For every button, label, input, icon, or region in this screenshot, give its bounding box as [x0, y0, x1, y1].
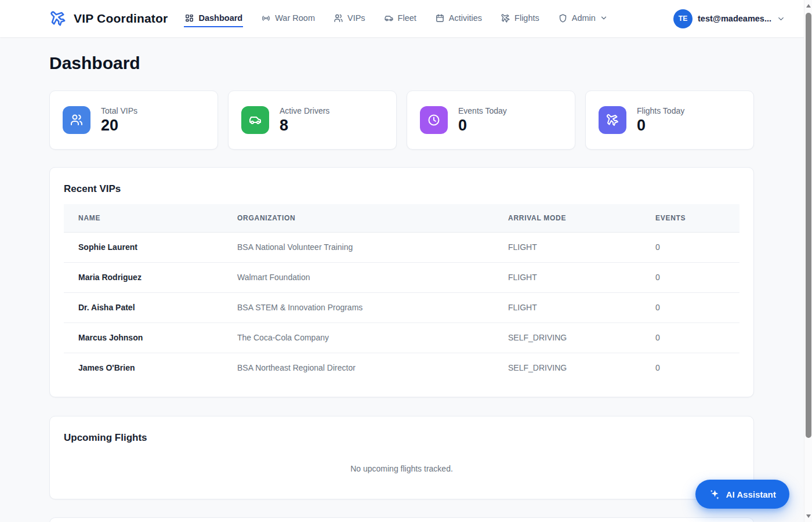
- vip-arrival-mode: SELF_DRIVING: [494, 322, 641, 353]
- column-header-arrival-mode: ARRIVAL MODE: [494, 204, 641, 232]
- broadcast-icon: [261, 13, 271, 23]
- table-row[interactable]: Maria Rodriguez Walmart Foundation FLIGH…: [64, 262, 740, 292]
- stat-label: Active Drivers: [280, 106, 329, 115]
- nav-item-activities[interactable]: Activities: [434, 10, 483, 27]
- stat-card-active-drivers: Active Drivers 8: [228, 90, 397, 150]
- nav-label: Flights: [514, 13, 539, 23]
- stat-card-events-today: Events Today 0: [407, 90, 575, 150]
- vip-name: Maria Rodriguez: [64, 262, 223, 292]
- nav-item-dashboard[interactable]: Dashboard: [184, 10, 243, 27]
- partial-panel: [49, 517, 754, 522]
- stat-cards: Total VIPs 20 Active Drivers 8: [49, 90, 754, 150]
- vip-events: 0: [641, 322, 740, 353]
- vip-events: 0: [641, 232, 740, 262]
- plane-icon: [599, 106, 626, 134]
- nav-item-admin[interactable]: Admin: [557, 10, 608, 27]
- recent-vips-table: NAME ORGANIZATION ARRIVAL MODE EVENTS So…: [64, 204, 740, 383]
- vip-organization: The Coca-Cola Company: [223, 322, 494, 353]
- main-nav: Dashboard War Room VIPs: [184, 10, 673, 27]
- nav-label: Fleet: [398, 13, 416, 23]
- stat-card-flights-today: Flights Today 0: [585, 90, 754, 150]
- stat-value: 0: [458, 116, 507, 135]
- nav-item-war-room[interactable]: War Room: [260, 10, 316, 27]
- vip-events: 0: [641, 262, 740, 292]
- vertical-scrollbar[interactable]: [804, 0, 812, 522]
- page-title: Dashboard: [49, 53, 754, 74]
- scroll-down-arrow-icon[interactable]: [806, 514, 811, 518]
- calendar-icon: [435, 13, 445, 23]
- empty-state-message: No upcoming flights tracked.: [64, 464, 740, 473]
- recent-vips-panel: Recent VIPs NAME ORGANIZATION ARRIVAL MO…: [49, 167, 754, 397]
- user-menu[interactable]: TE test@madeames...: [673, 9, 785, 28]
- vip-organization: BSA STEM & Innovation Programs: [223, 292, 494, 322]
- vip-arrival-mode: SELF_DRIVING: [494, 353, 641, 383]
- avatar: TE: [673, 9, 693, 28]
- vip-name: Marcus Johnson: [64, 322, 223, 353]
- vip-arrival-mode: FLIGHT: [494, 292, 641, 322]
- nav-item-fleet[interactable]: Fleet: [383, 10, 417, 27]
- car-icon: [241, 106, 269, 134]
- vip-events: 0: [641, 292, 740, 322]
- stat-label: Total VIPs: [101, 106, 137, 115]
- vip-arrival-mode: FLIGHT: [494, 232, 641, 262]
- chevron-down-icon: [777, 14, 785, 23]
- stat-card-total-vips: Total VIPs 20: [49, 90, 218, 150]
- nav-label: Admin: [572, 13, 596, 23]
- shield-icon: [558, 13, 568, 23]
- top-header: VIP Coordinator Dashboard War Room: [0, 0, 812, 37]
- user-email: test@madeames...: [698, 14, 771, 23]
- nav-item-flights[interactable]: Flights: [500, 10, 540, 27]
- plane-icon: [501, 13, 510, 23]
- users-icon: [63, 106, 90, 134]
- nav-item-vips[interactable]: VIPs: [333, 10, 366, 27]
- nav-label: VIPs: [347, 13, 365, 23]
- table-row[interactable]: Sophie Laurent BSA National Volunteer Tr…: [64, 232, 740, 262]
- column-header-events: EVENTS: [641, 204, 740, 232]
- table-row[interactable]: Marcus Johnson The Coca-Cola Company SEL…: [64, 322, 740, 353]
- stat-value: 20: [101, 116, 137, 135]
- ai-assistant-button[interactable]: AI Assistant: [695, 480, 789, 509]
- sparkles-icon: [709, 488, 721, 501]
- stat-label: Events Today: [458, 106, 507, 115]
- dashboard-page: Dashboard Total VIPs 20 A: [49, 53, 754, 522]
- nav-label: Activities: [449, 13, 482, 23]
- recent-vips-title: Recent VIPs: [64, 182, 740, 197]
- users-icon: [334, 13, 343, 23]
- upcoming-flights-panel: Upcoming Flights No upcoming flights tra…: [49, 416, 754, 499]
- app-title: VIP Coordinator: [74, 12, 168, 26]
- table-row[interactable]: James O'Brien BSA Northeast Regional Dir…: [64, 353, 740, 383]
- upcoming-flights-title: Upcoming Flights: [64, 430, 740, 445]
- vip-name: Sophie Laurent: [64, 232, 223, 262]
- column-header-organization: ORGANIZATION: [223, 204, 494, 232]
- stat-value: 0: [637, 116, 684, 135]
- stat-label: Flights Today: [637, 106, 684, 115]
- nav-label: War Room: [275, 13, 315, 23]
- vip-events: 0: [641, 353, 740, 383]
- scrollbar-thumb[interactable]: [806, 13, 811, 438]
- nav-label: Dashboard: [198, 13, 242, 23]
- table-header-row: NAME ORGANIZATION ARRIVAL MODE EVENTS: [64, 204, 740, 232]
- vip-organization: BSA National Volunteer Training: [223, 232, 494, 262]
- vip-arrival-mode: FLIGHT: [494, 262, 641, 292]
- stat-value: 8: [280, 116, 329, 135]
- ai-assistant-label: AI Assistant: [726, 490, 776, 499]
- scroll-up-arrow-icon[interactable]: [806, 4, 811, 8]
- vip-organization: Walmart Foundation: [223, 262, 494, 292]
- car-icon: [384, 13, 394, 23]
- vip-name: James O'Brien: [64, 353, 223, 383]
- chevron-down-icon: [600, 14, 608, 22]
- dashboard-grid-icon: [184, 13, 194, 23]
- vip-name: Dr. Aisha Patel: [64, 292, 223, 322]
- vip-organization: BSA Northeast Regional Director: [223, 353, 494, 383]
- column-header-name: NAME: [64, 204, 223, 232]
- brand[interactable]: VIP Coordinator: [49, 10, 168, 27]
- paper-plane-icon: [49, 10, 67, 27]
- clock-icon: [420, 106, 448, 134]
- table-row[interactable]: Dr. Aisha Patel BSA STEM & Innovation Pr…: [64, 292, 740, 322]
